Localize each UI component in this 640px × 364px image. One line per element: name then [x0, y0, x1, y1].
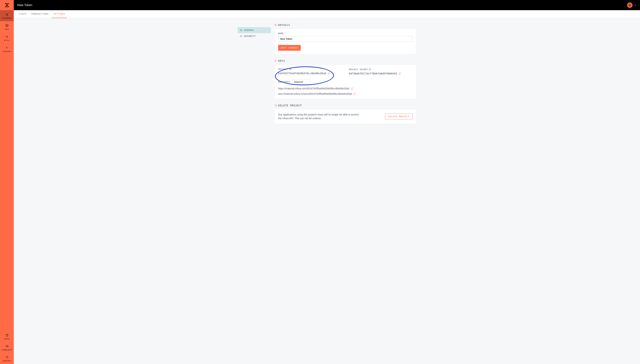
sidebar-item-label: SUPPORT [3, 360, 11, 362]
delete-project-button[interactable]: DELETE PROJECT [385, 114, 412, 120]
sidebar: ETHEREUM IPFS ETH 2 FILECOIN [0, 0, 14, 364]
infura-logo-icon [5, 3, 9, 8]
svg-point-7 [7, 358, 7, 358]
svg-rect-29 [354, 93, 356, 94]
card-delete: Any applications using this project's ke… [274, 109, 416, 124]
chevron-down-icon[interactable] [634, 4, 636, 6]
svg-point-13 [240, 30, 241, 30]
docs-icon [5, 333, 9, 337]
section-heading-details: DETAILS [274, 24, 416, 26]
sidebar-item-label: IPFS [5, 28, 9, 30]
tab-transactions[interactable]: TRANSACTIONS [29, 10, 51, 18]
sidebar-item-docs[interactable]: DOCS [0, 331, 14, 342]
shield-icon [240, 35, 242, 38]
sidebar-item-ipfs[interactable]: IPFS [0, 21, 14, 32]
list-icon [274, 24, 277, 26]
svg-point-8 [629, 4, 630, 5]
folder-icon [274, 104, 277, 107]
sidebar-item-ethereum[interactable]: ETHEREUM [0, 10, 14, 21]
sidebar-item-support[interactable]: SUPPORT [0, 353, 14, 364]
info-icon[interactable] [369, 68, 371, 71]
avatar[interactable] [627, 2, 632, 8]
name-input[interactable] [278, 36, 412, 42]
project-id-label: PROJECT ID [278, 68, 342, 70]
ethereum-icon [5, 35, 9, 38]
page-title: New Token [17, 4, 32, 7]
user-icon [628, 4, 631, 6]
https-endpoint: https://mainnet.infura.io/v3/524792ff5a9… [278, 87, 349, 90]
endpoint-selected: Mainnet [294, 80, 303, 83]
card-keys: PROJECT ID 524792ff5a9f4d35b5f8cc8b408c0… [274, 64, 416, 99]
logo[interactable] [0, 0, 14, 10]
copy-icon[interactable] [398, 72, 401, 75]
tab-settings[interactable]: SETTINGS [52, 10, 67, 18]
field-label-name: NAME* [278, 32, 412, 34]
endpoint-select[interactable]: Mainnet [293, 79, 311, 84]
svg-rect-5 [6, 334, 8, 336]
svg-rect-28 [352, 88, 353, 89]
svg-rect-27 [399, 72, 400, 74]
svg-point-14 [241, 30, 241, 31]
svg-point-22 [275, 61, 276, 62]
svg-point-15 [241, 30, 242, 30]
key-icon [274, 60, 277, 62]
card-details: NAME* SAVE CHANGES [274, 28, 416, 54]
copy-icon[interactable] [351, 87, 353, 90]
sidebar-item-label: ETHEREUM [2, 17, 12, 19]
endpoints-label: ENDPOINTS [278, 81, 291, 83]
subnav-item-label: SECURITY [244, 35, 256, 38]
filecoin-icon [5, 46, 9, 50]
chevron-down-icon [307, 81, 309, 83]
sidebar-item-label: DOCS [4, 338, 9, 340]
section-heading-keys: KEYS [274, 60, 416, 62]
chat-icon [5, 344, 9, 348]
cube-icon [5, 24, 9, 27]
topbar: New Token [14, 0, 640, 10]
sidebar-item-community[interactable]: COMMUNITY [0, 342, 14, 353]
subnav-item-general[interactable]: GENERAL [238, 27, 271, 33]
section-heading-delete: DELETE PROJECT [274, 104, 416, 107]
copy-icon[interactable] [328, 72, 330, 74]
wss-endpoint: wss://mainnet.infura.io/ws/v3/524792ff5a… [278, 92, 352, 95]
subnav-item-security[interactable]: SECURITY [238, 33, 271, 39]
svg-point-19 [275, 24, 275, 24]
sidebar-item-label: FILECOIN [3, 50, 11, 52]
sidebar-item-eth2[interactable]: ETH 2 [0, 32, 14, 43]
svg-point-21 [275, 26, 275, 26]
save-button[interactable]: SAVE CHANGES [278, 45, 301, 51]
project-secret-value: 6d738ab702714cff8bbfa8d9f4b60343 [349, 72, 397, 75]
svg-point-20 [275, 25, 275, 25]
project-id-value: 524792ff5a9f4d35b5f8cc8b408c05a5 [278, 72, 326, 75]
sidebar-item-label: COMMUNITY [2, 349, 12, 351]
sidebar-item-label: ETH 2 [4, 40, 9, 41]
copy-icon[interactable] [353, 92, 356, 95]
subnav: GENERAL SECURITY [238, 24, 271, 359]
subnav-item-label: GENERAL [244, 29, 255, 32]
tabs: STATS TRANSACTIONS SETTINGS [14, 10, 640, 18]
delete-description: Any applications using this project's ke… [278, 113, 360, 120]
svg-rect-23 [329, 72, 330, 74]
project-secret-label: PROJECT SECRET [349, 68, 412, 71]
sliders-icon [240, 29, 242, 32]
tab-stats[interactable]: STATS [17, 10, 28, 18]
ethereum-icon [5, 13, 9, 16]
sidebar-item-filecoin[interactable]: FILECOIN [0, 43, 14, 54]
help-icon [5, 356, 9, 359]
